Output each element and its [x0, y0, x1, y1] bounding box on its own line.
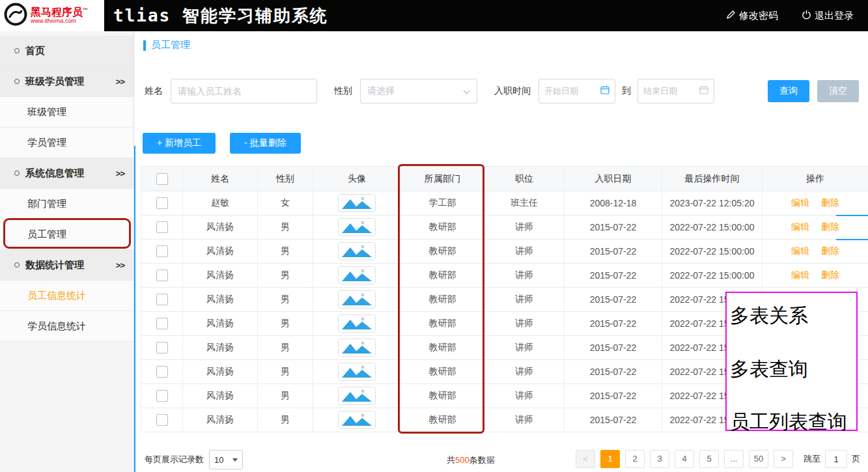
delete-link[interactable]: 删除 — [821, 245, 839, 256]
cell-entry-date: 2015-07-22 — [565, 215, 662, 240]
name-label: 姓名 — [145, 85, 163, 97]
delete-link[interactable]: 删除 — [821, 270, 839, 280]
sidebar-item-data-stats-mgmt[interactable]: 数据统计管理>> — [0, 250, 133, 281]
table-row: 风清扬 男 教研部 讲师 2015-07-22 2022-07-22 15:00… — [141, 240, 868, 264]
cell-name: 风清扬 — [183, 312, 258, 336]
cell-entry-date: 2015-07-22 — [565, 384, 662, 408]
batch-delete-button[interactable]: - 批量删除 — [230, 133, 301, 154]
end-date-placeholder: 结束日期 — [643, 85, 677, 97]
cell-last-op-time: 2022-07-22 15:00:00 — [662, 264, 763, 288]
sidebar-item-class-student-mgmt[interactable]: 班级学员管理>> — [0, 66, 133, 97]
sidebar-item-class-mgmt[interactable]: 班级管理 — [0, 97, 133, 128]
row-checkbox[interactable] — [156, 366, 168, 378]
cell-department: 教研部 — [401, 360, 484, 384]
row-checkbox[interactable] — [156, 197, 168, 209]
delete-link[interactable]: 删除 — [821, 221, 839, 232]
per-page-select[interactable]: 10 — [209, 450, 243, 469]
row-checkbox[interactable] — [156, 245, 168, 257]
change-password-label: 修改密码 — [739, 10, 778, 22]
sidebar-item-label: 学员管理 — [27, 137, 66, 149]
cell-name: 风清扬 — [183, 264, 258, 288]
cell-last-op-time: 2022-07-22 15:00:00 — [662, 215, 763, 240]
cell-entry-date: 2015-07-22 — [565, 240, 662, 264]
name-input[interactable] — [171, 79, 317, 104]
cell-entry-date: 2015-07-22 — [565, 312, 662, 336]
jump-label: 跳至 — [804, 453, 820, 465]
jump-suffix: 页 — [852, 453, 860, 465]
page-button-4[interactable]: 4 — [675, 450, 694, 468]
row-accent-line — [836, 215, 868, 216]
cell-department: 教研部 — [401, 336, 484, 360]
header-department: 所属部门 — [401, 167, 484, 191]
row-checkbox[interactable] — [156, 221, 168, 233]
row-checkbox[interactable] — [156, 414, 168, 426]
row-checkbox[interactable] — [156, 342, 168, 354]
page-button-2[interactable]: 2 — [625, 450, 645, 468]
cell-gender: 男 — [258, 264, 313, 288]
header-actions: 修改密码 退出登录 — [726, 10, 868, 22]
logout-button[interactable]: 退出登录 — [802, 10, 854, 22]
sidebar-item-system-info-mgmt[interactable]: 系统信息管理>> — [0, 158, 133, 189]
cell-name: 风清扬 — [183, 240, 258, 264]
cell-gender: 男 — [258, 384, 313, 408]
edit-link[interactable]: 编辑 — [791, 221, 809, 232]
cell-name: 风清扬 — [183, 384, 258, 408]
next-page-button[interactable]: > — [774, 450, 793, 468]
select-all-checkbox[interactable] — [156, 173, 168, 185]
cell-entry-date: 2015-07-22 — [565, 288, 662, 312]
row-checkbox[interactable] — [156, 318, 168, 329]
table-row: 风清扬 男 教研部 讲师 2015-07-22 2022-07-22 15:00… — [141, 215, 868, 240]
brand-url: www.itheima.com — [31, 18, 88, 24]
page-button-1[interactable]: 1 — [600, 450, 620, 468]
annotation-note: 员工列表查询 — [730, 409, 847, 436]
end-date-input[interactable]: 结束日期 — [637, 79, 714, 104]
edit-link[interactable]: 编辑 — [791, 270, 809, 280]
prev-page-button[interactable]: < — [576, 450, 595, 468]
row-checkbox[interactable] — [156, 390, 168, 402]
sidebar-item-label: 班级管理 — [27, 106, 66, 118]
change-password-button[interactable]: 修改密码 — [726, 10, 778, 22]
query-button[interactable]: 查询 — [768, 80, 809, 102]
clear-button[interactable]: 清空 — [817, 80, 859, 102]
cell-department: 教研部 — [401, 264, 484, 288]
sidebar-item-student-stats[interactable]: 学员信息统计 — [0, 311, 133, 342]
delete-link[interactable]: 删除 — [821, 197, 839, 208]
cell-position: 讲师 — [484, 408, 565, 432]
brand-tm: ™ — [83, 7, 88, 13]
header-avatar: 头像 — [313, 167, 401, 191]
sidebar-item-home[interactable]: 首页 — [0, 36, 133, 66]
start-date-input[interactable]: 开始日期 — [539, 79, 615, 104]
page-button-5[interactable]: 5 — [699, 450, 719, 468]
row-checkbox[interactable] — [156, 294, 168, 305]
sidebar-item-label: 系统信息管理 — [25, 167, 84, 180]
edit-link[interactable]: 编辑 — [791, 245, 809, 256]
header-name: 姓名 — [183, 167, 258, 191]
header-position: 职位 — [484, 167, 565, 191]
sidebar-item-dept-mgmt[interactable]: 部门管理 — [0, 189, 133, 219]
cell-position: 讲师 — [484, 360, 565, 384]
cell-department: 教研部 — [401, 384, 484, 408]
cell-position: 讲师 — [484, 336, 565, 360]
page-button-3[interactable]: 3 — [650, 450, 669, 468]
sidebar-item-employee-stats[interactable]: 员工信息统计 — [0, 281, 133, 311]
row-checkbox[interactable] — [156, 270, 168, 281]
table-toolbar: + 新增员工 - 批量删除 — [143, 133, 301, 154]
sidebar-item-student-mgmt[interactable]: 学员管理 — [0, 128, 133, 158]
avatar-image — [338, 363, 376, 381]
table-row: 赵敏 女 学工部 班主任 2008-12-18 2023-07-22 12:05… — [141, 191, 868, 215]
cell-entry-date: 2015-07-22 — [565, 408, 662, 432]
gender-select[interactable]: 请选择 — [360, 79, 477, 104]
page-button-50[interactable]: 50 — [749, 450, 768, 468]
calendar-icon — [699, 85, 708, 97]
page-ellipsis[interactable]: ... — [724, 450, 744, 468]
table-header-row: 姓名 性别 头像 所属部门 职位 入职日期 最后操作时间 操作 — [141, 167, 868, 191]
logout-label: 退出登录 — [815, 10, 854, 22]
cell-gender: 男 — [258, 336, 313, 360]
logo-text: 黑马程序员™ www.itheima.com — [31, 7, 88, 24]
cell-gender: 男 — [258, 360, 313, 384]
cell-position: 讲师 — [484, 312, 565, 336]
jump-page-input[interactable] — [825, 450, 847, 468]
add-employee-button[interactable]: + 新增员工 — [143, 133, 216, 154]
edit-link[interactable]: 编辑 — [791, 197, 809, 208]
sidebar-item-employee-mgmt[interactable]: 员工管理 — [0, 219, 133, 250]
